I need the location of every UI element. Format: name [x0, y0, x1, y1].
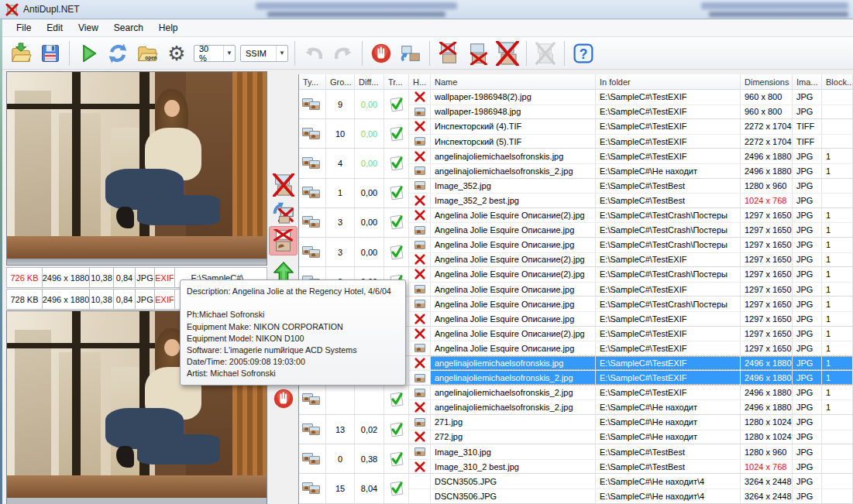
blockiness-cell[interactable]: 1: [822, 238, 853, 252]
table-row[interactable]: Angelina Jolie Esquire Описание.jpgE:\Sa…: [409, 222, 853, 237]
blockiness-cell[interactable]: [822, 444, 853, 459]
menu-help[interactable]: Help: [151, 20, 186, 36]
dimensions-cell[interactable]: 2496 x 1880: [741, 371, 793, 385]
blockiness-cell[interactable]: 1: [822, 283, 853, 297]
transform-check-icon[interactable]: [389, 481, 404, 496]
group-cell[interactable]: 3: [326, 238, 355, 266]
folder-cell[interactable]: E:\SampleC#\TestEXIF: [596, 135, 741, 149]
undo-button[interactable]: [300, 39, 328, 67]
format-cell[interactable]: JPG: [793, 356, 822, 371]
folder-cell[interactable]: E:\SampleC#\TestBest: [596, 194, 741, 207]
name-cell[interactable]: angelinajoliemichaelsofronskis.jpg: [431, 356, 596, 371]
table-row[interactable]: Инспекторский (5).TIFE:\SampleC#\TestEXI…: [409, 134, 853, 149]
group-cell[interactable]: 3: [326, 208, 355, 237]
format-cell[interactable]: TIFF: [793, 135, 822, 149]
dimensions-cell[interactable]: 1297 x 1650: [741, 238, 793, 252]
name-cell[interactable]: Angelina Jolie Esquire Описание(2).jpg: [431, 208, 596, 223]
dimensions-cell[interactable]: 1280 x 1024: [741, 430, 793, 444]
folder-cell[interactable]: E:\SampleC#\TestEXIF: [596, 371, 741, 385]
table-row[interactable]: angelinajoliemichaelsofronskis.jpgE:\Sam…: [409, 149, 853, 163]
dimensions-cell[interactable]: 2496 x 1880: [741, 149, 793, 163]
format-cell[interactable]: JPG: [793, 474, 822, 489]
menu-file[interactable]: File: [9, 20, 39, 36]
transform-cell[interactable]: [384, 90, 409, 118]
blockiness-cell[interactable]: 1: [822, 400, 853, 414]
folder-cell[interactable]: E:\SampleC#\TestCrash\Постеры: [596, 238, 741, 252]
transform-cell[interactable]: [384, 179, 409, 207]
name-cell[interactable]: 272.jpg: [431, 430, 596, 444]
blockiness-cell[interactable]: [822, 430, 853, 444]
format-cell[interactable]: JPG: [793, 194, 822, 207]
dimensions-cell[interactable]: 2496 x 1880: [741, 400, 793, 414]
group-cell[interactable]: 4: [326, 149, 355, 177]
table-row[interactable]: angelinajoliemichaelsofronskis_2.jpgE:\S…: [409, 399, 853, 414]
name-cell[interactable]: Angelina Jolie Esquire Описание(2).jpg: [431, 267, 596, 282]
column-header-ty[interactable]: Ty...: [299, 74, 326, 89]
help-button[interactable]: ?: [569, 39, 597, 67]
blockiness-cell[interactable]: 1: [822, 386, 853, 400]
dimensions-cell[interactable]: 1280 x 1024: [741, 415, 793, 430]
transform-check-icon[interactable]: [389, 97, 404, 112]
column-header-infolder[interactable]: In folder: [596, 74, 741, 89]
table-row[interactable]: wallpaper-1986948.jpgE:\SampleC#\TestEXI…: [409, 105, 853, 119]
table-row[interactable]: Angelina Jolie Esquire Описание(2).jpgE:…: [409, 208, 853, 223]
transform-cell[interactable]: [384, 474, 409, 502]
group-cell[interactable]: 10: [326, 119, 355, 148]
name-cell[interactable]: Angelina Jolie Esquire Описание(2).jpg: [431, 327, 596, 341]
name-cell[interactable]: Image_310_2 best.jpg: [431, 460, 596, 474]
folder-cell[interactable]: E:\SampleC#\TestBest: [596, 444, 741, 459]
format-cell[interactable]: JPG: [793, 105, 822, 119]
dimensions-cell[interactable]: 1024 x 768: [741, 460, 793, 474]
name-cell[interactable]: angelinajoliemichaelsofronskis_2.jpg: [431, 386, 596, 400]
blockiness-cell[interactable]: 1: [822, 223, 853, 237]
folder-cell[interactable]: E:\SampleC#\TestEXIF: [596, 312, 741, 326]
name-cell[interactable]: Инспекторский (5).TIF: [431, 135, 596, 149]
table-row[interactable]: wallpaper-1986948(2).jpgE:\SampleC#\Test…: [409, 90, 853, 105]
dimensions-cell[interactable]: 1297 x 1650: [741, 312, 793, 326]
transform-cell[interactable]: [384, 119, 409, 148]
transform-cell[interactable]: [384, 386, 409, 414]
format-cell[interactable]: JPG: [793, 164, 822, 178]
dimensions-cell[interactable]: 1297 x 1650: [741, 208, 793, 223]
name-cell[interactable]: wallpaper-1986948(2).jpg: [431, 90, 596, 105]
transform-cell[interactable]: [384, 415, 409, 444]
folder-cell[interactable]: E:\SampleC#\TestEXIF: [596, 90, 741, 105]
format-cell[interactable]: JPG: [793, 223, 822, 237]
table-row[interactable]: angelinajoliemichaelsofronskis.jpgE:\Sam…: [409, 356, 853, 371]
table-row[interactable]: angelinajoliemichaelsofronskis_2.jpgE:\S…: [409, 370, 853, 385]
title-bar[interactable]: AntiDupl.NET: [0, 0, 853, 19]
folder-cell[interactable]: E:\SampleC#\Не находит: [596, 415, 741, 430]
dimensions-cell[interactable]: 2272 x 1704: [741, 119, 793, 134]
table-row[interactable]: Angelina Jolie Esquire Описание.jpgE:\Sa…: [409, 297, 853, 311]
blockiness-cell[interactable]: 1: [822, 356, 853, 371]
blockiness-cell[interactable]: [822, 194, 853, 207]
blockiness-cell[interactable]: 1: [822, 312, 853, 326]
dimensions-cell[interactable]: 3264 x 2448: [741, 474, 793, 489]
name-cell[interactable]: Angelina Jolie Esquire Описание.jpg: [431, 297, 596, 311]
dimensions-cell[interactable]: 1297 x 1650: [741, 283, 793, 297]
format-cell[interactable]: JPG: [793, 297, 822, 311]
format-cell[interactable]: JPG: [793, 444, 822, 459]
folder-cell[interactable]: E:\SampleC#\TestBest: [596, 460, 741, 474]
blockiness-cell[interactable]: [822, 119, 853, 134]
table-row[interactable]: Angelina Jolie Esquire Описание.jpgE:\Sa…: [409, 238, 853, 252]
table-row[interactable]: Angelina Jolie Esquire Описание.jpgE:\Sa…: [409, 311, 853, 326]
name-cell[interactable]: Angelina Jolie Esquire Описание.jpg: [431, 341, 596, 355]
dimensions-cell[interactable]: 1297 x 1650: [741, 341, 793, 355]
folder-cell[interactable]: E:\SampleC#\TestEXIF: [596, 119, 741, 134]
dimensions-cell[interactable]: 1024 x 768: [741, 194, 793, 207]
dimensions-cell[interactable]: 1280 x 960: [741, 444, 793, 459]
dimensions-cell[interactable]: 2272 x 1704: [741, 135, 793, 149]
name-cell[interactable]: angelinajoliemichaelsofronskis_2.jpg: [431, 164, 596, 178]
dimensions-cell[interactable]: 1297 x 1650: [741, 267, 793, 282]
format-cell[interactable]: JPG: [793, 341, 822, 355]
blockiness-cell[interactable]: 1: [822, 371, 853, 385]
group-cell[interactable]: 9: [326, 90, 355, 118]
format-cell[interactable]: JPG: [793, 489, 822, 503]
delete-both-side-button[interactable]: [269, 172, 298, 198]
menu-search[interactable]: Search: [106, 20, 151, 36]
column-header-block[interactable]: Block...: [822, 74, 853, 89]
name-cell[interactable]: Angelina Jolie Esquire Описание.jpg: [431, 312, 596, 326]
delete-first-button[interactable]: [435, 39, 463, 67]
open-profile-button[interactable]: [7, 39, 35, 67]
